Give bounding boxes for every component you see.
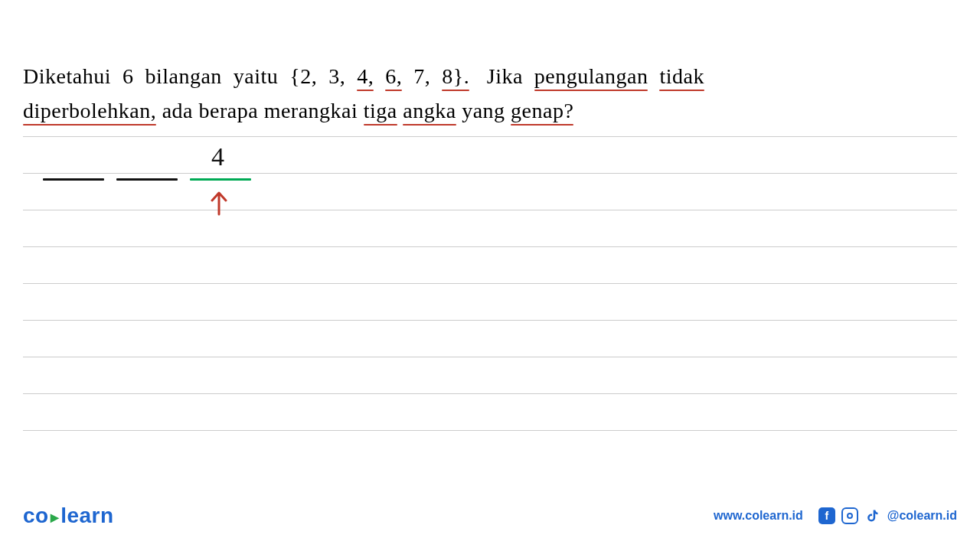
q-word-underlined: angka xyxy=(403,99,456,122)
facebook-icon: f xyxy=(818,507,835,524)
rule-line xyxy=(23,357,957,357)
footer: co▶learn www.colearn.id f @colearn.id xyxy=(23,504,957,528)
logo-learn: learn xyxy=(60,504,113,527)
q-word-underlined: 6, xyxy=(385,64,402,88)
footer-right: www.colearn.id f @colearn.id xyxy=(714,507,957,524)
logo-dot-icon: ▶ xyxy=(49,511,61,523)
social-group: f @colearn.id xyxy=(818,507,957,524)
q-word: Jika xyxy=(487,64,523,88)
logo-co: co xyxy=(23,504,49,527)
q-word: merangkai xyxy=(264,99,358,122)
q-word: {2, xyxy=(289,64,317,88)
q-word-underlined: genap? xyxy=(511,99,573,122)
q-word-underlined: 8}. xyxy=(442,64,469,88)
rule-line xyxy=(23,320,957,321)
rule-line xyxy=(23,393,957,394)
q-word: yang xyxy=(462,99,505,122)
q-word-underlined: pengulangan xyxy=(534,64,648,88)
blank-slot-3 xyxy=(190,178,251,181)
rule-line xyxy=(23,430,957,431)
q-word: berapa xyxy=(199,99,259,122)
q-word: bilangan xyxy=(145,64,221,88)
q-word: 6 xyxy=(122,64,134,88)
handwritten-digit: 4 xyxy=(211,142,224,171)
social-handle: @colearn.id xyxy=(887,509,957,523)
q-word-underlined: diperbolehkan, xyxy=(23,99,156,122)
rule-line xyxy=(23,283,957,284)
q-word-underlined: tidak xyxy=(659,64,704,88)
q-word-underlined: 4, xyxy=(357,64,374,88)
up-arrow-icon xyxy=(207,190,230,216)
q-word-underlined: tiga xyxy=(364,99,397,122)
rule-line xyxy=(23,246,957,247)
q-word: 3, xyxy=(328,64,345,88)
rule-line xyxy=(23,136,957,137)
brand-logo: co▶learn xyxy=(23,504,114,528)
blank-slot-2 xyxy=(116,178,178,181)
question-text: Diketahui 6 bilangan yaitu {2, 3, 4, 6, … xyxy=(23,60,808,129)
footer-url: www.colearn.id xyxy=(714,509,803,523)
rule-line xyxy=(23,210,957,210)
instagram-icon xyxy=(841,507,858,524)
q-word: 7, xyxy=(413,64,430,88)
q-word: yaitu xyxy=(234,64,279,88)
q-word: Diketahui xyxy=(23,64,111,88)
q-word: ada xyxy=(162,99,193,122)
handwritten-blanks xyxy=(43,170,260,184)
tiktok-icon xyxy=(864,507,881,524)
blank-slot-1 xyxy=(43,178,104,181)
page-root: { "question": { "segments": [ {"text": "… xyxy=(0,0,980,551)
ruled-lines xyxy=(23,136,957,467)
